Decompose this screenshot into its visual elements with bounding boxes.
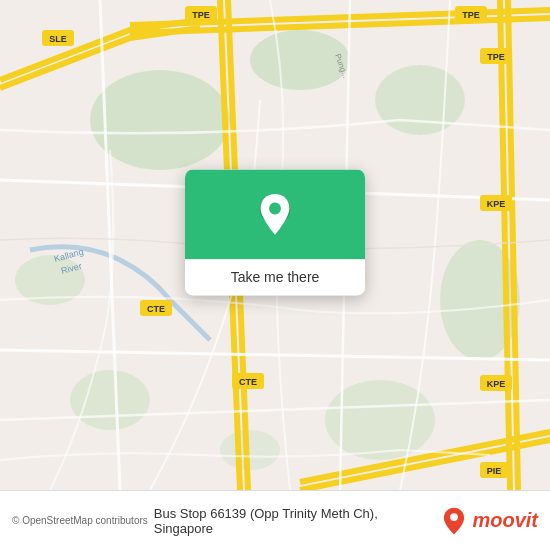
svg-point-7: [70, 370, 150, 430]
svg-text:CTE: CTE: [239, 377, 257, 387]
svg-point-33: [451, 513, 459, 521]
svg-text:SLE: SLE: [49, 34, 67, 44]
bottom-bar: © OpenStreetMap contributors Bus Stop 66…: [0, 490, 550, 550]
moovit-pin-icon: [440, 507, 468, 535]
card-header: [185, 169, 365, 259]
svg-point-8: [220, 430, 280, 470]
svg-text:TPE: TPE: [462, 10, 480, 20]
svg-text:TPE: TPE: [487, 52, 505, 62]
svg-text:CTE: CTE: [147, 304, 165, 314]
svg-point-32: [269, 203, 281, 215]
take-me-there-button[interactable]: Take me there: [185, 259, 365, 295]
moovit-logo: moovit: [440, 507, 538, 535]
location-card[interactable]: Take me there: [185, 169, 365, 295]
svg-text:PIE: PIE: [487, 466, 502, 476]
osm-attribution: © OpenStreetMap contributors: [12, 515, 148, 526]
svg-text:KPE: KPE: [487, 199, 506, 209]
stop-info-text: Bus Stop 66139 (Opp Trinity Meth Ch), Si…: [148, 506, 441, 536]
location-pin-icon: [253, 192, 297, 236]
svg-text:KPE: KPE: [487, 379, 506, 389]
moovit-brand-text: moovit: [472, 509, 538, 532]
svg-text:TPE: TPE: [192, 10, 210, 20]
map-container: SLE TPE TPE TPE KPE KPE CTE CTE PIE Kall…: [0, 0, 550, 490]
